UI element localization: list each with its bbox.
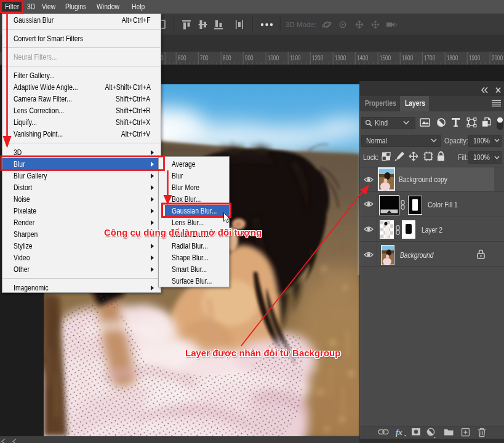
- svg-text:3D Mode:: 3D Mode:: [286, 21, 316, 28]
- svg-text:fx: fx: [396, 428, 402, 437]
